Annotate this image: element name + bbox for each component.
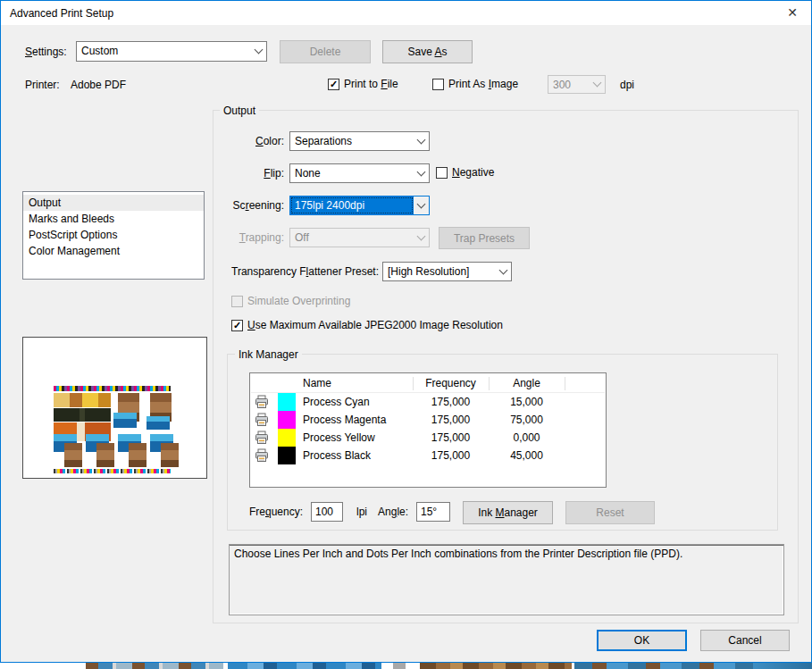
ink-color-swatch [278, 447, 296, 464]
printer-icon [255, 395, 269, 412]
chevron-down-icon [593, 79, 602, 88]
chevron-down-icon [417, 167, 426, 176]
settings-combobox-value: Custom [77, 42, 251, 61]
checkbox-unchecked-icon [231, 296, 243, 307]
dialog-title: Advanced Print Setup [10, 7, 113, 20]
dpi-combobox-value: 300 [548, 76, 590, 93]
chevron-down-icon [499, 265, 508, 274]
ink-row-process-magenta[interactable]: Process Magenta 175,000 75,000 [250, 411, 606, 429]
screening-combobox[interactable]: 175lpi 2400dpi [289, 196, 430, 215]
settings-label: Settings: [25, 46, 67, 58]
printer-icon [255, 431, 269, 447]
flip-combobox-value: None [290, 164, 414, 182]
negative-checkbox[interactable]: Negative [436, 165, 494, 180]
trapping-label: Trapping: [171, 231, 284, 244]
save-as-button[interactable]: Save As [382, 40, 473, 63]
angle-input[interactable] [416, 502, 450, 522]
simulate-overprinting-checkbox[interactable]: Simulate Overprinting [231, 294, 350, 308]
ink-color-swatch [278, 411, 296, 429]
settings-combobox[interactable]: Custom [76, 41, 267, 62]
checkbox-checked-icon[interactable]: ✓ [328, 79, 339, 90]
preview-artwork [64, 443, 82, 467]
transparency-flattener-preset-value: [High Resolution] [383, 263, 496, 280]
preview-artwork [54, 408, 111, 422]
chevron-down-icon [255, 46, 264, 54]
frequency-input[interactable] [311, 502, 343, 522]
trapping-combobox[interactable]: Off [289, 228, 430, 247]
preview-artwork [113, 413, 137, 428]
printer-label: Printer: [25, 79, 60, 91]
preview-artwork [54, 393, 111, 407]
screening-label: Screening: [171, 199, 284, 212]
ink-color-swatch [278, 393, 296, 411]
background-app-strip [420, 663, 572, 669]
background-app-strip [86, 663, 223, 669]
sidebar-item-marks-and-bleeds[interactable]: Marks and Bleeds [23, 211, 204, 227]
screen: Advanced Print Setup ✕ Settings: Custom … [0, 0, 812, 669]
chevron-down-icon [417, 231, 426, 240]
output-group-label: Output [220, 105, 259, 117]
ok-button[interactable]: OK [597, 630, 687, 651]
background-app-strip [228, 663, 381, 669]
transparency-flattener-preset-label: Transparency Flattener Preset: [231, 265, 379, 278]
chevron-down-icon [417, 199, 426, 208]
delete-button[interactable]: Delete [280, 40, 371, 63]
transparency-flattener-preset-combobox[interactable]: [High Resolution] [382, 262, 512, 281]
description-box: Choose Lines Per Inch and Dots Per Inch … [229, 544, 784, 615]
color-combobox-value: Separations [290, 132, 414, 150]
checkbox-unchecked-icon[interactable] [432, 79, 444, 90]
reset-button[interactable]: Reset [565, 501, 655, 524]
background-app-strip [753, 663, 812, 669]
advanced-print-setup-dialog: Advanced Print Setup ✕ Settings: Custom … [0, 0, 812, 663]
ink-table: Name Frequency Angle Process Cyan 175,00… [249, 372, 607, 488]
title-bar: Advanced Print Setup ✕ [1, 1, 811, 25]
dpi-combobox[interactable]: 300 [548, 75, 606, 94]
color-combobox[interactable]: Separations [289, 131, 430, 151]
ink-table-header-angle: Angle [489, 377, 565, 389]
print-as-image-checkbox[interactable]: Print As Image [432, 77, 518, 91]
preview-color-bar-bottom [54, 469, 171, 473]
angle-label: Angle: [378, 506, 408, 518]
preview-artwork [146, 416, 170, 430]
flip-combobox[interactable]: None [289, 163, 430, 183]
print-preview-thumbnail [22, 337, 207, 479]
chevron-down-icon [417, 135, 426, 144]
dpi-label: dpi [620, 79, 634, 91]
frequency-label: Frequency: [249, 506, 303, 518]
ink-row-process-black[interactable]: Process Black 175,000 45,000 [250, 447, 606, 464]
lpi-label: lpi [356, 506, 367, 518]
color-label: Color: [171, 135, 284, 147]
trap-presets-button[interactable]: Trap Presets [439, 227, 530, 249]
ink-manager-button[interactable]: Ink Manager [463, 501, 553, 524]
ink-color-swatch [278, 429, 296, 447]
printer-icon [255, 448, 269, 465]
ink-table-header-name: Name [303, 377, 331, 389]
background-app-strip [393, 663, 406, 669]
preview-artwork [161, 443, 179, 467]
checkbox-checked-icon[interactable]: ✓ [231, 320, 243, 331]
sidebar-item-color-management[interactable]: Color Management [23, 243, 204, 259]
trapping-combobox-value: Off [290, 229, 414, 247]
ink-manager-group-label: Ink Manager [235, 348, 302, 361]
printer-value: Adobe PDF [71, 79, 126, 91]
preview-color-bar-top [54, 386, 171, 391]
close-icon[interactable]: ✕ [783, 4, 802, 21]
ink-table-header-frequency: Frequency [413, 377, 489, 389]
printer-icon [255, 413, 269, 430]
print-to-file-checkbox[interactable]: ✓ Print to File [328, 77, 398, 91]
jpeg2000-resolution-checkbox[interactable]: ✓ Use Maximum Available JPEG2000 Image R… [231, 318, 503, 332]
checkbox-unchecked-icon[interactable] [436, 167, 448, 179]
preview-artwork [96, 443, 114, 467]
ink-row-process-cyan[interactable]: Process Cyan 175,000 15,000 [250, 393, 606, 411]
background-app-strip [574, 663, 753, 669]
flip-label: Flip: [171, 167, 284, 180]
preview-artwork [129, 443, 146, 467]
cancel-button[interactable]: Cancel [700, 630, 790, 651]
ink-row-process-yellow[interactable]: Process Yellow 175,000 0,000 [250, 429, 606, 447]
screening-combobox-value: 175lpi 2400dpi [290, 197, 414, 214]
description-text: Choose Lines Per Inch and Dots Per Inch … [234, 548, 682, 560]
